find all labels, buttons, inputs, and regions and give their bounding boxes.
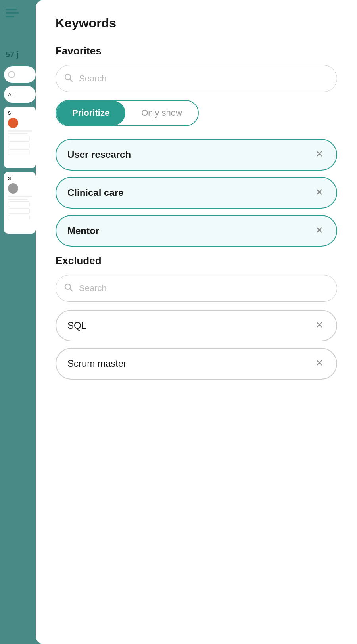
only-show-toggle-btn[interactable]: Only show: [125, 101, 198, 125]
remove-clinical-care-btn[interactable]: [313, 186, 325, 199]
favorites-search-container: [56, 65, 337, 92]
favorite-keyword-mentor-text: Mentor: [67, 225, 99, 236]
excluded-keyword-sql-text: SQL: [67, 320, 86, 331]
excluded-section-title: Excluded: [56, 255, 337, 267]
favorites-section: Favorites Prioritize Only show User rese…: [56, 45, 337, 247]
excluded-search-container: [56, 275, 337, 302]
favorite-keyword-user-research: User research: [56, 139, 337, 171]
favorites-search-icon: [63, 73, 73, 84]
filter-toggle-group: Prioritize Only show: [56, 100, 199, 126]
favorites-section-title: Favorites: [56, 45, 337, 57]
excluded-section: Excluded SQL: [56, 255, 337, 380]
favorite-keyword-clinical-care-text: Clinical care: [67, 187, 123, 198]
remove-scrum-master-btn[interactable]: [313, 357, 325, 370]
favorite-keyword-mentor: Mentor: [56, 215, 337, 247]
remove-user-research-btn[interactable]: [313, 148, 325, 161]
favorites-search-input[interactable]: [56, 65, 337, 92]
svg-line-1: [70, 79, 73, 82]
favorite-keyword-clinical-care: Clinical care: [56, 177, 337, 209]
remove-mentor-btn[interactable]: [313, 224, 325, 238]
excluded-keyword-sql: SQL: [56, 310, 337, 341]
svg-line-9: [70, 289, 73, 291]
excluded-keyword-scrum-master: Scrum master: [56, 348, 337, 380]
excluded-keywords-list: SQL Scrum master: [56, 310, 337, 380]
drawer-title: Keywords: [56, 16, 337, 31]
keywords-drawer: Keywords Favorites Prioritize Only show …: [36, 0, 357, 644]
excluded-search-icon: [63, 282, 73, 294]
favorites-keywords-list: User research Clinical care: [56, 139, 337, 247]
background-panel: [0, 0, 40, 644]
remove-sql-btn[interactable]: [313, 319, 325, 332]
prioritize-toggle-btn[interactable]: Prioritize: [56, 101, 125, 125]
excluded-keyword-scrum-master-text: Scrum master: [67, 358, 127, 369]
excluded-search-input[interactable]: [56, 275, 337, 302]
favorite-keyword-user-research-text: User research: [67, 149, 131, 160]
